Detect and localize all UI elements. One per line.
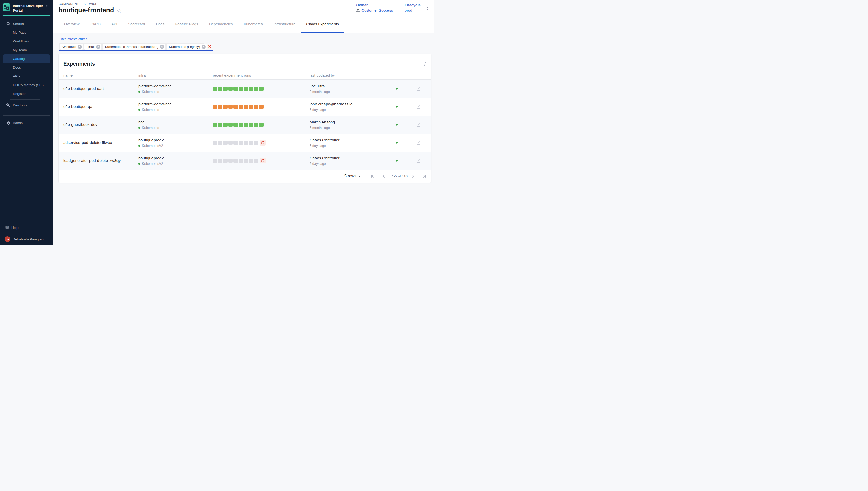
chip-remove-icon[interactable]: ✕	[96, 45, 100, 49]
infra-name: platform-demo-hce	[138, 102, 213, 107]
updated-by: Chaos Controller	[310, 138, 382, 142]
sidebar-item-register[interactable]: Register	[0, 89, 53, 98]
kebab-menu-icon[interactable]: ⋮	[425, 5, 430, 10]
experiments-card: Experiments name infra recent experiment…	[59, 54, 431, 182]
run-status-square	[218, 105, 223, 109]
tab-docs[interactable]: Docs	[150, 20, 170, 33]
sidebar-item-search[interactable]: Search	[0, 20, 53, 28]
run-experiment-button[interactable]	[394, 157, 400, 164]
clear-filters-icon[interactable]: ✕	[208, 44, 211, 49]
column-header-recent-runs: recent experiment runs	[213, 73, 310, 77]
table-row[interactable]: loadgenerator-pod-delete-xw3qy boutiquep…	[59, 152, 431, 170]
tab-feature-flags[interactable]: Feature Flags	[170, 20, 203, 33]
run-status-square	[239, 105, 243, 109]
sidebar-item-docs[interactable]: Docs	[0, 63, 53, 72]
table-row[interactable]: e2e-boutique-prod-cart platform-demo-hce…	[59, 80, 431, 98]
brand-accent-rule	[3, 15, 50, 16]
help-button[interactable]: ? Help	[0, 223, 53, 232]
open-in-new-icon[interactable]	[415, 157, 422, 164]
sidebar-item-label: Admin	[13, 121, 23, 125]
sidebar-item-label: My Team	[13, 48, 27, 52]
sidebar-item-label: DevTools	[13, 103, 27, 107]
last-page-button[interactable]	[422, 173, 427, 179]
filter-chips-box[interactable]: Windows ✕ Linux ✕ Kubernetes (Harness In…	[59, 43, 204, 50]
run-experiment-button[interactable]	[394, 140, 400, 146]
run-status-square	[254, 141, 258, 145]
run-status-square	[213, 141, 217, 145]
tab-cicd[interactable]: CI/CD	[85, 20, 106, 33]
chip-remove-icon[interactable]: ✕	[202, 45, 206, 49]
env-status-dot	[138, 163, 140, 165]
sidebar-item-label: APIs	[13, 74, 20, 78]
run-experiment-button[interactable]	[394, 86, 400, 92]
run-status-square	[239, 141, 243, 145]
infra-filter-input[interactable]: Windows ✕ Linux ✕ Kubernetes (Harness In…	[59, 43, 213, 51]
run-status-square	[244, 105, 248, 109]
sidebar-item-my-page[interactable]: My Page	[0, 28, 53, 37]
experiment-name: adservice-pod-delete-5lwbx	[63, 140, 138, 145]
run-status-square	[223, 158, 228, 163]
tab-api[interactable]: API	[106, 20, 123, 33]
tab-kubernetes[interactable]: Kubernetes	[238, 20, 268, 33]
open-in-new-icon[interactable]	[415, 104, 422, 110]
chip-remove-icon[interactable]: ✕	[160, 45, 164, 49]
owner-link[interactable]: Customer Success	[361, 8, 393, 12]
recent-runs-strip	[213, 123, 310, 127]
first-page-button[interactable]	[370, 173, 375, 179]
svg-text:?: ?	[6, 226, 8, 229]
app-switcher-grid-icon[interactable]	[46, 5, 49, 9]
updated-when: 6 days ago	[310, 108, 382, 112]
lifecycle-value: prod	[405, 8, 412, 12]
open-in-new-icon[interactable]	[415, 140, 422, 146]
sidebar-item-admin[interactable]: Admin	[0, 119, 53, 127]
run-status-square	[218, 141, 223, 145]
run-status-square	[233, 87, 238, 91]
run-status-square	[254, 87, 258, 91]
chip-remove-icon[interactable]: ✕	[78, 45, 82, 49]
sidebar-item-devtools[interactable]: DevTools	[0, 101, 53, 110]
table-row[interactable]: e2e-guestbook-dev hce Kubernetes Martin …	[59, 116, 431, 134]
favorite-star-icon[interactable]: ☆	[117, 7, 122, 13]
tab-chaos-experiments[interactable]: Chaos Experiments	[301, 20, 344, 33]
next-page-button[interactable]	[410, 173, 416, 179]
run-status-square	[228, 105, 233, 109]
rows-per-page-select[interactable]: 5 rows	[344, 174, 361, 178]
infra-name: hce	[138, 120, 213, 124]
tab-scorecard[interactable]: Scorecard	[123, 20, 150, 33]
previous-page-button[interactable]	[381, 173, 387, 179]
help-chat-icon: ?	[5, 226, 10, 230]
chip-label: Kubernetes (Harness Infrastructure)	[105, 45, 158, 49]
open-in-new-icon[interactable]	[415, 122, 422, 128]
run-experiment-button[interactable]	[394, 104, 400, 110]
table-pagination: 5 rows 1-5 of 416	[59, 170, 431, 182]
table-row[interactable]: e2e-boutique-qa platform-demo-hce Kubern…	[59, 98, 431, 116]
user-menu[interactable]: DP Debabrata Panigrahi	[0, 234, 53, 242]
chip-label: Kubernetes (Legacy)	[169, 45, 200, 49]
tab-overview[interactable]: Overview	[59, 20, 85, 33]
help-label: Help	[11, 226, 19, 230]
sidebar-item-workflows[interactable]: Workflows	[0, 37, 53, 46]
entity-tabs: Overview CI/CD API Scorecard Docs Featur…	[59, 20, 344, 33]
sidebar-item-catalog[interactable]: Catalog	[3, 55, 50, 63]
table-row[interactable]: adservice-pod-delete-5lwbx boutiqueprod2…	[59, 134, 431, 152]
sidebar-item-dora-metrics[interactable]: DORA Metrics (SEI)	[0, 81, 53, 89]
sidebar: Internal Developer Portal Search	[0, 0, 53, 246]
run-experiment-button[interactable]	[394, 122, 400, 128]
sidebar-item-my-team[interactable]: My Team	[0, 46, 53, 55]
sidebar-item-apis[interactable]: APIs	[0, 72, 53, 81]
tab-infrastructure[interactable]: Infrastructure	[268, 20, 301, 33]
breadcrumb: COMPONENT — SERVICE	[59, 2, 97, 5]
tab-dependencies[interactable]: Dependencies	[204, 20, 238, 33]
updated-by: john.crespo@harness.io	[310, 102, 382, 107]
open-in-new-icon[interactable]	[415, 86, 422, 92]
run-status-square	[218, 123, 223, 127]
page-title: boutique-frontend	[59, 6, 114, 14]
sidebar-divider	[10, 99, 39, 100]
run-status-square	[233, 141, 238, 145]
experiment-name: e2e-guestbook-dev	[63, 122, 138, 127]
sidebar-item-label: Docs	[13, 65, 21, 69]
lifecycle-label: Lifecycle	[405, 3, 421, 7]
run-status-square	[254, 158, 258, 163]
refresh-icon[interactable]	[422, 61, 428, 67]
sidebar-nav: Search My Page Workflows My Team Catalog…	[0, 20, 53, 127]
